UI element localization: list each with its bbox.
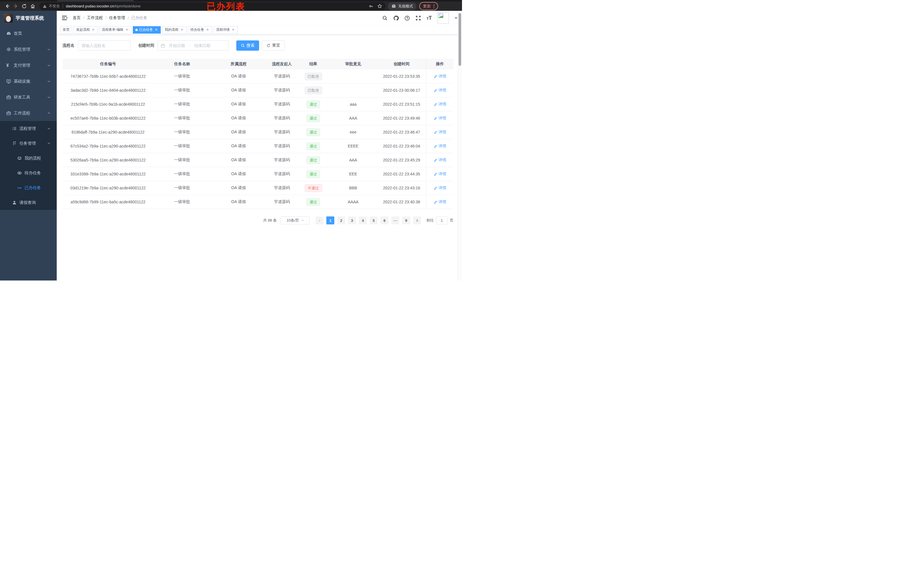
tab-流程表单-编辑[interactable]: 流程表单-编辑✕ xyxy=(99,26,131,34)
task-id-cell: 53026aa5-7b9a-11ec-a290-acde48001122 xyxy=(62,153,154,167)
reset-button[interactable]: 重置 xyxy=(262,40,285,51)
detail-link[interactable]: 详情 xyxy=(434,130,446,135)
browser-back-icon[interactable] xyxy=(3,2,11,10)
close-icon[interactable]: ✕ xyxy=(154,28,158,32)
task-name-cell: 一级审批 xyxy=(154,167,211,181)
page-button-5[interactable]: 5 xyxy=(370,217,378,224)
sidebar-item-请假查询[interactable]: 请假查询 xyxy=(0,195,57,210)
hamburger-icon[interactable] xyxy=(61,15,68,21)
sidebar-item-待办任务[interactable]: 待办任务 xyxy=(0,166,57,180)
glasses-icon xyxy=(17,186,22,190)
flow-cell: OA 请假 xyxy=(211,69,267,83)
table-row: 67c534a2-7b9a-11ec-a290-acde48001122一级审批… xyxy=(62,139,453,153)
page-button-2[interactable]: 2 xyxy=(337,217,345,224)
jump-page-input[interactable] xyxy=(436,217,447,224)
date-range-picker[interactable]: - xyxy=(158,40,229,51)
browser-menu-icon[interactable] xyxy=(434,4,434,8)
detail-link[interactable]: 详情 xyxy=(434,116,446,121)
github-icon[interactable] xyxy=(393,15,399,21)
breadcrumb-item[interactable]: 工作流程 xyxy=(87,15,103,21)
security-label[interactable]: 不安全 xyxy=(49,4,60,9)
sidebar-item-已办任务[interactable]: 已办任务 xyxy=(0,180,57,195)
fullscreen-icon[interactable] xyxy=(416,15,421,21)
tab-待办任务[interactable]: 待办任务✕ xyxy=(188,26,212,34)
browser-update-button[interactable]: 更新 xyxy=(419,2,438,10)
sidebar-item-研发工具[interactable]: 研发工具 xyxy=(0,89,57,105)
sidebar-item-我的流程[interactable]: 我的流程 xyxy=(0,151,57,166)
detail-link[interactable]: 详情 xyxy=(434,199,446,205)
sidebar-item-任务管理[interactable]: 任务管理 xyxy=(0,136,57,151)
end-date-input[interactable] xyxy=(192,43,213,48)
breadcrumb-item[interactable]: 任务管理 xyxy=(109,15,125,21)
tab-发起流程[interactable]: 发起流程✕ xyxy=(74,26,98,34)
task-name-cell: 一级审批 xyxy=(154,97,211,111)
sidebar-item-工作流程[interactable]: 工作流程 xyxy=(0,105,57,121)
sidebar-item-label: 研发工具 xyxy=(14,94,30,100)
detail-link[interactable]: 详情 xyxy=(434,88,446,93)
browser-reload-icon[interactable] xyxy=(20,2,28,10)
password-key-icon[interactable] xyxy=(369,4,374,9)
next-page-button[interactable] xyxy=(413,217,421,224)
close-icon[interactable]: ✕ xyxy=(206,28,210,32)
process-name-input[interactable] xyxy=(78,40,131,51)
close-icon[interactable]: ✕ xyxy=(231,28,235,32)
jump-prefix: 前往 xyxy=(426,218,434,223)
more-pages-button[interactable]: ··· xyxy=(392,217,399,224)
browser-home-icon[interactable] xyxy=(28,2,37,10)
avatar[interactable] xyxy=(438,12,449,24)
yen-icon: ¥ xyxy=(6,63,11,68)
page-button-6[interactable]: 6 xyxy=(381,217,388,224)
tab-首页[interactable]: 首页 xyxy=(60,26,72,34)
breadcrumb-item[interactable]: 首页 xyxy=(73,15,81,21)
avatar-caret-icon[interactable] xyxy=(454,17,458,20)
tab-已办任务[interactable]: 已办任务✕ xyxy=(133,26,161,34)
pagination-total: 共 86 条 xyxy=(263,218,277,223)
status-badge: 通过 xyxy=(306,198,320,206)
detail-label: 详情 xyxy=(439,116,446,121)
tab-我的流程[interactable]: 我的流程✕ xyxy=(162,26,186,34)
prev-page-button[interactable] xyxy=(315,217,324,224)
page-button-4[interactable]: 4 xyxy=(359,217,367,224)
sidebar-item-首页[interactable]: 首页 xyxy=(0,25,57,41)
task-name-cell: 一级审批 xyxy=(154,111,211,125)
url-path[interactable]: /bpm/task/done xyxy=(114,4,141,8)
update-label[interactable]: 更新 xyxy=(423,4,430,9)
detail-link[interactable]: 详情 xyxy=(434,74,446,79)
table-row: a59c9d88-7b99-11ec-ba5c-acde48001122一级审批… xyxy=(62,195,453,209)
status-badge: 通过 xyxy=(306,100,320,108)
help-icon[interactable] xyxy=(404,15,410,21)
comment-cell: aaa xyxy=(329,97,377,111)
close-icon[interactable]: ✕ xyxy=(180,28,184,32)
detail-link[interactable]: 详情 xyxy=(434,102,446,107)
detail-link[interactable]: 详情 xyxy=(434,186,446,190)
page-size-select[interactable]: 10条/页 xyxy=(281,217,309,224)
close-icon[interactable]: ✕ xyxy=(125,28,129,32)
browser-forward-icon[interactable] xyxy=(11,2,20,10)
detail-link[interactable]: 详情 xyxy=(434,157,446,163)
app-logo-row[interactable]: 芋道管理系统 xyxy=(0,11,57,25)
detail-link[interactable]: 详情 xyxy=(434,144,446,149)
search-icon[interactable] xyxy=(382,15,388,21)
page-scrollbar[interactable] xyxy=(458,12,462,280)
sidebar-item-流程管理[interactable]: 流程管理 xyxy=(0,121,57,136)
start-date-input[interactable] xyxy=(167,43,187,48)
sidebar-item-系统管理[interactable]: 系统管理 xyxy=(0,41,57,57)
browser-tab[interactable] xyxy=(57,0,134,1)
search-button[interactable]: 搜索 xyxy=(236,40,259,51)
url-host[interactable]: dashboard.yudao.iocoder.cn xyxy=(66,4,114,8)
task-id-cell: 331e3388-7b9a-11ec-a290-acde48001122 xyxy=(62,167,154,181)
sidebar-item-支付管理[interactable]: ¥支付管理 xyxy=(0,57,57,73)
page-button-3[interactable]: 3 xyxy=(348,217,356,224)
page-button-9[interactable]: 9 xyxy=(402,217,410,224)
font-size-icon[interactable]: TT xyxy=(427,15,432,21)
close-icon[interactable]: ✕ xyxy=(91,28,95,32)
sidebar-item-label: 请假查询 xyxy=(20,200,36,205)
page-button-1[interactable]: 1 xyxy=(326,217,334,224)
scrollbar-thumb[interactable] xyxy=(459,13,461,66)
tab-流程详情[interactable]: 流程详情✕ xyxy=(213,26,238,34)
time-cell: 2022-01-22 23:40:38 xyxy=(377,195,426,209)
bookmark-star-icon[interactable] xyxy=(377,4,382,9)
detail-link[interactable]: 详情 xyxy=(434,171,446,177)
result-cell: 已取消 xyxy=(297,69,329,83)
sidebar-item-基础设施[interactable]: 基础设施 xyxy=(0,73,57,89)
